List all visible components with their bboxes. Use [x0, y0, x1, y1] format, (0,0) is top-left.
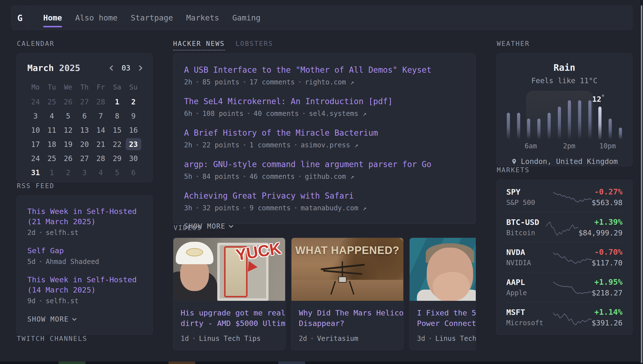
calendar-day: 18: [44, 137, 60, 151]
video-card[interactable]: YUCKHis upgrade got me reallydirty - AMD…: [173, 238, 285, 350]
video-title[interactable]: Why Did The Mars HelicopterDisappear?: [299, 308, 396, 328]
weather-condition: Rain: [506, 62, 622, 73]
news-story-title[interactable]: argp: GNU-style command line argument pa…: [184, 159, 465, 170]
video-meta: 1d•Linus Tech Tips: [181, 334, 278, 342]
scrollbar-track[interactable]: [640, 0, 643, 364]
story-source-link[interactable]: asimov.press ↗: [301, 141, 358, 149]
nav-tab-startpage[interactable]: Startpage: [131, 6, 173, 30]
news-tab-lobsters[interactable]: LOBSTERS: [236, 40, 273, 47]
story-points: 22 points: [202, 141, 240, 149]
separator-dot: •: [243, 174, 246, 180]
weekday-label: Tu: [44, 83, 60, 91]
nav-tab-markets[interactable]: Markets: [186, 6, 219, 30]
market-row-aapl[interactable]: AAPLApple+1.95%$218.27: [506, 272, 622, 302]
calendar-day-number: 25: [44, 96, 60, 108]
market-row-spy[interactable]: SPYS&P 500-0.27%$563.98: [506, 182, 622, 212]
calendar-day: 29: [109, 151, 125, 166]
calendar-day: 6: [125, 166, 142, 180]
calendar-day: 21: [93, 137, 109, 151]
calendar-day: 5: [60, 109, 77, 123]
market-name: NVIDIA: [506, 259, 551, 267]
calendar-day-number: 30: [126, 152, 141, 164]
temperature-bar: [527, 118, 530, 140]
nav-tab-also-home[interactable]: Also home: [75, 6, 117, 30]
calendar-day: 26: [60, 95, 77, 109]
column-middle: HACKER NEWSLOBSTERS A USB Interface to t…: [173, 40, 476, 350]
market-change: -0.70%: [592, 248, 622, 257]
story-points: 85 points: [202, 78, 240, 86]
rss-item-title[interactable]: This Week in Self-Hosted (21 March 2025): [27, 206, 142, 227]
temperature-bar-highlighted: [598, 106, 601, 140]
market-values: -0.27%$563.98: [592, 187, 622, 207]
video-card[interactable]: DOTTI Fixed the 5Power Connect3d•Linus T…: [409, 238, 476, 350]
nav-tabs: HomeAlso homeStartpageMarketsGaming: [29, 6, 260, 30]
separator-dot: •: [243, 205, 246, 211]
rss-item-title[interactable]: This Week in Self-Hosted (14 March 2025): [27, 274, 142, 295]
calendar-day-number: 1: [44, 166, 60, 178]
chevron-down-icon: [72, 316, 77, 320]
calendar-day: 24: [27, 151, 44, 166]
rss-item-meta: 5d•Ahmad Shadeed: [27, 258, 142, 266]
calendar-day: 2: [60, 166, 77, 180]
market-row-nvda[interactable]: NVDANVIDIA-0.70%$117.70: [506, 242, 622, 272]
market-change: +1.95%: [592, 278, 622, 287]
rss-item-meta: 2d•selfh.st: [27, 228, 142, 237]
news-story-title[interactable]: A Brief History of the Miracle Bacterium: [184, 128, 465, 138]
story-source-link[interactable]: matanabudy.com ↗: [301, 204, 366, 212]
news-story-title[interactable]: Achieving Great Privacy with Safari: [184, 191, 465, 201]
rss-show-more-button[interactable]: SHOW MORE: [27, 315, 142, 323]
column-left: CALENDAR March 2025 03 MoTuWeThFrSaSu 24…: [16, 40, 153, 350]
nav-tab-home[interactable]: Home: [43, 6, 62, 30]
video-card[interactable]: WHAT HAPPENED?Why Did The Mars Helicopte…: [291, 238, 403, 350]
story-source-link[interactable]: github.com ↗: [305, 172, 354, 180]
temperature-bar: [578, 100, 581, 140]
calendar-weekday-row: MoTuWeThFrSaSu: [27, 83, 142, 91]
weekday-label: We: [60, 83, 77, 91]
market-row-msft[interactable]: MSFTMicrosoft+1.14%$391.26: [506, 302, 622, 332]
weekday-label: Su: [125, 83, 142, 91]
rss-item-title[interactable]: Self Gap: [27, 246, 142, 256]
temperature-bar: [588, 100, 591, 140]
calendar-day-number: 28: [93, 152, 109, 164]
video-card-body: His upgrade got me reallydirty - AMD $50…: [173, 301, 285, 350]
calendar-day: 30: [125, 151, 142, 166]
news-story: A USB Interface to the "Mother of All De…: [184, 65, 465, 86]
calendar-day: 10: [27, 123, 44, 137]
calendar-day: 12: [60, 123, 77, 137]
video-channel: Veritasium: [317, 334, 358, 342]
calendar-day-number: 17: [28, 138, 43, 150]
market-name: Bitcoin: [506, 229, 544, 237]
calendar-day-number: 23: [126, 138, 141, 150]
market-row-btc-usd[interactable]: BTC-USDBitcoin+1.39%$84,999.29: [506, 212, 622, 242]
story-age: 6h: [184, 110, 192, 118]
calendar-day: 14: [93, 123, 109, 137]
separator-dot: •: [196, 110, 199, 116]
news-story-title[interactable]: The SeL4 Microkernel: An Introduction [p…: [184, 96, 465, 106]
news-tab-hacker-news[interactable]: HACKER NEWS: [173, 40, 225, 50]
weekday-label: Mo: [27, 83, 44, 91]
market-price: $84,999.29: [578, 228, 622, 237]
video-title[interactable]: I Fixed the 5Power Connect: [417, 308, 476, 328]
temperature-bar: [537, 118, 540, 140]
t1-badge-shape: [186, 248, 203, 256]
calendar-day-number: 28: [93, 96, 109, 108]
news-story-meta: 2h•85 points•17 comments•righto.com ↗: [184, 78, 465, 86]
nav-tab-gaming[interactable]: Gaming: [232, 6, 261, 30]
calendar-prev-icon[interactable]: [110, 65, 115, 71]
temperature-bar: [619, 128, 622, 140]
video-title[interactable]: His upgrade got me reallydirty - AMD $50…: [181, 308, 278, 328]
calendar-next-icon[interactable]: [137, 65, 143, 71]
news-story-title[interactable]: A USB Interface to the "Mother of All De…: [184, 65, 465, 75]
calendar-day-number: 3: [28, 110, 43, 122]
weather-location: London, United Kingdom: [506, 157, 622, 166]
news-story: A Brief History of the Miracle Bacterium…: [184, 128, 465, 149]
news-story-meta: 5h•84 points•46 comments•github.com ↗: [184, 172, 465, 180]
video-thumbnail: YUCK: [173, 238, 285, 301]
story-source-link[interactable]: righto.com ↗: [305, 78, 354, 86]
calendar-day-number: 16: [126, 124, 141, 136]
story-source-link[interactable]: sel4.systems ↗: [309, 110, 366, 118]
news-story: The SeL4 Microkernel: An Introduction [p…: [184, 96, 465, 118]
calendar-day: 3: [27, 109, 44, 123]
calendar-day-number: 15: [109, 124, 125, 136]
scrollbar-thumb[interactable]: [641, 5, 642, 363]
